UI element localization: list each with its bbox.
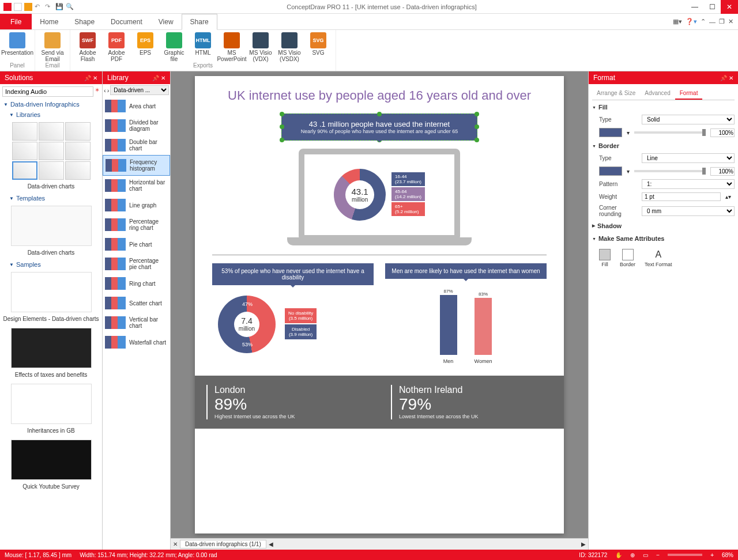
same-fill[interactable]: Fill	[599, 249, 611, 267]
thumb[interactable]	[39, 122, 64, 141]
tab-advanced[interactable]: Advanced	[640, 88, 675, 100]
fill-opacity-slider[interactable]	[634, 131, 706, 134]
thumb[interactable]	[39, 161, 64, 180]
sample-thumb[interactable]	[11, 384, 92, 424]
minimize-button[interactable]: —	[686, 0, 703, 14]
thumb[interactable]	[65, 122, 91, 141]
fill-opacity[interactable]	[710, 128, 735, 137]
dropdown-icon[interactable]: ▾	[627, 130, 630, 136]
library-item[interactable]: Line graph	[103, 195, 170, 215]
menu-share[interactable]: Share	[182, 14, 217, 30]
pin-icon[interactable]: 📌 ✕	[84, 75, 97, 81]
library-item[interactable]: Divided bar diagram	[103, 116, 170, 135]
target-icon[interactable]: ⊕	[630, 552, 635, 558]
thumb[interactable]	[65, 161, 91, 180]
tab-scroll-left[interactable]: ◀	[269, 541, 273, 547]
border-pattern[interactable]: 1:	[642, 179, 735, 189]
stepper-icon[interactable]: ▴▾	[725, 194, 731, 200]
preview-icon[interactable]: 🔍	[66, 3, 74, 11]
same-text[interactable]: AText Format	[645, 249, 672, 267]
ribbon-send-email[interactable]: Send via Email	[40, 31, 65, 62]
solutions-search[interactable]	[2, 86, 93, 97]
fit-icon[interactable]: ▭	[643, 552, 648, 558]
pin-icon[interactable]: 📌 ✕	[720, 75, 733, 81]
pin-icon[interactable]: 📌 ✕	[152, 75, 165, 81]
doc-min-icon[interactable]: —	[709, 18, 716, 25]
library-item[interactable]: Ring chart	[103, 274, 170, 293]
tree-root[interactable]: Data-driven Infographics	[2, 99, 100, 109]
up-icon[interactable]: ⌃	[701, 18, 706, 25]
section-make-same[interactable]: Make Same Attributes	[592, 232, 735, 244]
section-border[interactable]: Border	[592, 139, 735, 152]
fill-color[interactable]	[599, 128, 622, 137]
lib-next-icon[interactable]: ›	[107, 87, 110, 94]
tree-libraries[interactable]: Libraries	[2, 109, 100, 120]
sample-thumb[interactable]	[11, 272, 92, 312]
save-icon[interactable]: 💾	[55, 3, 63, 11]
ribbon-export[interactable]: MS Visio (VSDX)	[277, 31, 302, 62]
redo-icon[interactable]: ↷	[45, 3, 53, 11]
ribbon-export[interactable]: MS PowerPoint	[219, 31, 244, 62]
border-type[interactable]: Line	[642, 153, 735, 163]
library-item[interactable]: Pie chart	[103, 234, 170, 254]
library-item[interactable]: Area chart	[103, 96, 170, 116]
library-item[interactable]: Vertical bar chart	[103, 313, 170, 332]
border-opacity[interactable]	[710, 167, 735, 176]
section-shadow[interactable]: Shadow	[592, 219, 735, 232]
doc-restore-icon[interactable]: ❐	[719, 18, 725, 25]
library-item[interactable]: Waterfall chart	[103, 332, 170, 352]
thumb[interactable]	[12, 142, 37, 160]
ribbon-export[interactable]: MS Visio (VDX)	[248, 31, 273, 62]
ribbon-export[interactable]: EPSEPS	[133, 31, 158, 62]
tab-add-icon[interactable]: ✕	[173, 541, 178, 547]
zoom-out-icon[interactable]: −	[656, 552, 660, 558]
thumb[interactable]	[39, 142, 64, 160]
undo-icon[interactable]: ↶	[35, 3, 43, 11]
tab-format[interactable]: Format	[675, 88, 703, 100]
zoom-in-icon[interactable]: +	[710, 552, 714, 558]
tab-scroll-right[interactable]: ▶	[581, 541, 586, 547]
ribbon-export[interactable]: HTMLHTML	[190, 31, 216, 62]
section-fill[interactable]: Fill	[592, 100, 735, 113]
selected-shape[interactable]: 43 .1 million people have used the inter…	[281, 113, 477, 141]
ribbon-export[interactable]: SWFAdobe Flash	[75, 31, 100, 62]
new-icon[interactable]	[14, 3, 22, 11]
ribbon-presentation[interactable]: Presentation	[5, 31, 30, 62]
thumb[interactable]	[65, 142, 91, 160]
ribbon-export[interactable]: PDFAdobe PDF	[104, 31, 129, 62]
border-color[interactable]	[599, 167, 622, 176]
sample-thumb[interactable]	[11, 440, 92, 480]
same-border[interactable]: Border	[620, 249, 635, 267]
library-item[interactable]: Percentage ring chart	[103, 215, 170, 234]
canvas-scroll[interactable]: UK internet use by people aged 16 years …	[171, 71, 588, 538]
sample-thumb[interactable]	[11, 328, 92, 368]
menu-view[interactable]: View	[150, 14, 182, 29]
maximize-button[interactable]: ☐	[703, 0, 721, 14]
library-item[interactable]: Double bar chart	[103, 135, 170, 155]
tree-templates[interactable]: Templates	[2, 193, 100, 203]
dropdown-icon[interactable]: ▾	[627, 168, 630, 175]
shield-icon[interactable]	[24, 3, 32, 11]
template-thumb[interactable]	[11, 206, 92, 246]
thumb-selected[interactable]	[12, 161, 37, 180]
library-item[interactable]: Horizontal bar chart	[103, 176, 170, 195]
ribbon-export[interactable]: SVGSVG	[306, 31, 331, 62]
corner-rounding[interactable]: 0 mm	[642, 206, 735, 216]
border-opacity-slider[interactable]	[634, 170, 706, 172]
menu-shape[interactable]: Shape	[66, 14, 103, 29]
library-item[interactable]: Percentage pie chart	[103, 254, 170, 274]
menu-home[interactable]: Home	[32, 14, 66, 29]
help-icon[interactable]: ❓▾	[686, 18, 697, 25]
tab-arrange[interactable]: Arrange & Size	[592, 88, 640, 100]
grid-icon[interactable]: ▦▾	[673, 18, 682, 25]
thumb[interactable]	[12, 122, 37, 141]
menu-file[interactable]: File	[0, 14, 32, 29]
menu-document[interactable]: Document	[103, 14, 150, 29]
fill-type[interactable]: Solid	[642, 115, 735, 124]
close-button[interactable]: ✕	[721, 0, 738, 14]
hand-icon[interactable]: ✋	[615, 552, 622, 558]
lib-prev-icon[interactable]: ‹	[104, 87, 106, 94]
doc-tab[interactable]: Data-driven infographics (1/1)	[180, 540, 266, 548]
library-item[interactable]: Frequency histogram	[103, 155, 170, 176]
ribbon-export[interactable]: Graphic file	[161, 31, 187, 62]
